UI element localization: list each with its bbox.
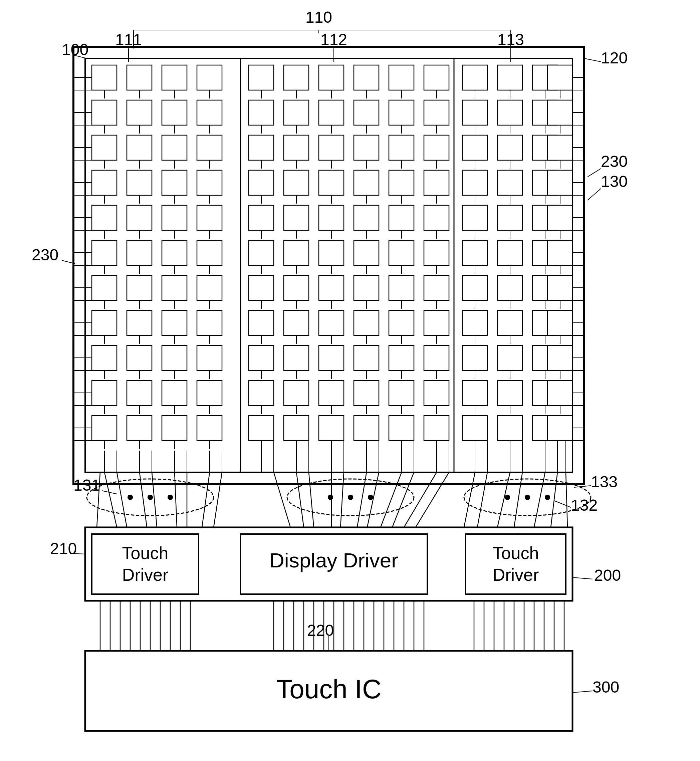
svg-rect-82: [162, 416, 187, 441]
svg-rect-259: [497, 170, 522, 195]
svg-rect-43: [197, 240, 222, 266]
svg-point-377: [545, 495, 550, 500]
svg-rect-205: [284, 380, 309, 406]
label-131: 131: [73, 476, 100, 494]
svg-point-371: [167, 495, 173, 500]
touch-driver-left-box: [92, 534, 198, 594]
svg-rect-122: [319, 135, 344, 160]
svg-rect-315: [497, 416, 522, 441]
svg-rect-156: [249, 240, 274, 266]
svg-rect-194: [319, 345, 344, 370]
svg-rect-237: [547, 65, 572, 90]
svg-rect-99: [354, 65, 379, 90]
svg-rect-149: [424, 205, 449, 230]
touch-driver-left-label: Touch: [122, 543, 169, 563]
svg-rect-8: [92, 100, 117, 125]
svg-rect-234: [462, 65, 488, 90]
svg-rect-283: [497, 275, 522, 300]
svg-rect-18: [162, 135, 187, 160]
svg-rect-137: [424, 170, 449, 195]
svg-rect-98: [319, 65, 344, 90]
svg-point-373: [348, 495, 353, 500]
svg-rect-41: [127, 240, 152, 266]
svg-rect-136: [389, 170, 414, 195]
svg-rect-182: [319, 310, 344, 336]
svg-line-460: [572, 691, 592, 692]
svg-rect-250: [462, 135, 488, 160]
svg-rect-218: [319, 416, 344, 441]
svg-rect-161: [424, 240, 449, 266]
label-133: 133: [591, 473, 617, 491]
svg-rect-253: [547, 135, 572, 160]
svg-rect-32: [92, 205, 117, 230]
svg-rect-27: [197, 170, 222, 195]
svg-rect-120: [249, 135, 274, 160]
svg-rect-173: [424, 275, 449, 300]
svg-rect-123: [354, 135, 379, 160]
svg-rect-11: [197, 100, 222, 125]
svg-rect-24: [92, 170, 117, 195]
svg-line-452: [588, 169, 601, 177]
svg-rect-40: [92, 240, 117, 266]
diagram-container: Touch Driver Display Driver Touch Driver: [0, 0, 700, 761]
svg-rect-108: [249, 100, 274, 125]
svg-rect-290: [462, 310, 488, 336]
svg-rect-3: [197, 65, 222, 90]
svg-rect-299: [497, 345, 522, 370]
svg-rect-145: [284, 205, 309, 230]
label-300: 300: [592, 678, 619, 696]
svg-rect-269: [547, 205, 572, 230]
svg-rect-309: [547, 380, 572, 406]
label-130: 130: [601, 173, 628, 190]
svg-rect-206: [319, 380, 344, 406]
svg-rect-100: [389, 65, 414, 90]
svg-rect-258: [462, 170, 488, 195]
label-230-right: 230: [601, 153, 628, 170]
svg-rect-58: [162, 310, 187, 336]
svg-rect-180: [249, 310, 274, 336]
svg-rect-204: [249, 380, 274, 406]
svg-rect-25: [127, 170, 152, 195]
svg-rect-72: [92, 380, 117, 406]
svg-rect-42: [162, 240, 187, 266]
svg-rect-59: [197, 310, 222, 336]
svg-rect-48: [92, 275, 117, 300]
svg-rect-1: [127, 65, 152, 90]
svg-rect-168: [249, 275, 274, 300]
svg-line-450: [584, 58, 601, 62]
svg-rect-132: [249, 170, 274, 195]
svg-rect-125: [424, 135, 449, 160]
svg-rect-160: [389, 240, 414, 266]
svg-rect-146: [319, 205, 344, 230]
label-120: 120: [601, 49, 628, 67]
svg-rect-110: [319, 100, 344, 125]
svg-rect-267: [497, 205, 522, 230]
svg-rect-298: [462, 345, 488, 370]
label-110: 110: [305, 8, 332, 26]
svg-rect-96: [249, 65, 274, 90]
svg-rect-64: [92, 345, 117, 370]
svg-rect-293: [547, 310, 572, 336]
label-113: 113: [497, 31, 524, 48]
svg-rect-275: [497, 240, 522, 266]
svg-rect-2: [162, 65, 187, 90]
svg-rect-157: [284, 240, 309, 266]
svg-rect-243: [497, 100, 522, 125]
display-driver-label: Display Driver: [269, 549, 398, 572]
svg-rect-217: [284, 416, 309, 441]
svg-rect-219: [354, 416, 379, 441]
label-210: 210: [50, 540, 77, 558]
svg-rect-35: [197, 205, 222, 230]
label-220: 220: [307, 622, 334, 639]
svg-rect-56: [92, 310, 117, 336]
svg-rect-282: [462, 275, 488, 300]
svg-rect-220: [389, 416, 414, 441]
svg-rect-235: [497, 65, 522, 90]
svg-rect-74: [162, 380, 187, 406]
svg-point-375: [505, 495, 510, 500]
svg-rect-135: [354, 170, 379, 195]
svg-rect-148: [389, 205, 414, 230]
svg-rect-184: [389, 310, 414, 336]
svg-rect-0: [92, 65, 117, 90]
svg-rect-101: [424, 65, 449, 90]
